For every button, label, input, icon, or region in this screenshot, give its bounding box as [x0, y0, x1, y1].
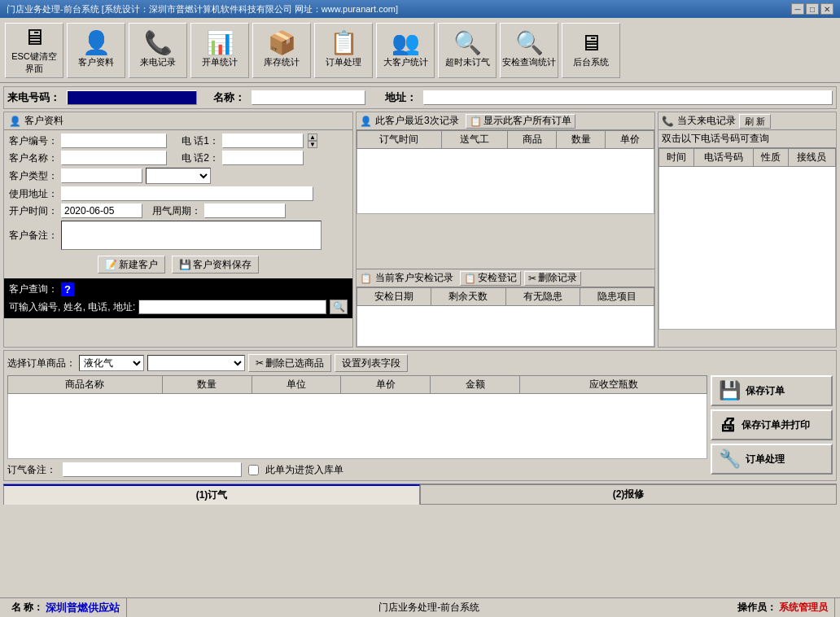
safety-icon: 🔍 [515, 32, 544, 55]
customer-type-row: 客户类型： [9, 168, 348, 184]
product-select[interactable]: 液化气 [79, 355, 144, 371]
new-icon: 📝 [105, 259, 117, 270]
incoming-label: 来电记录 [140, 56, 176, 68]
toolbar-esc[interactable]: 🖥 ESC键清空界面 [5, 23, 63, 78]
process-order-btn[interactable]: 🔧 订单处理 [711, 444, 833, 475]
toolbar-incoming[interactable]: 📞 来电记录 [129, 23, 187, 78]
address-label: 地址： [385, 90, 417, 105]
inventory-label: 库存统计 [264, 56, 300, 68]
customer-type-label: 客户类型： [9, 169, 58, 183]
settings-btn[interactable]: 设置列表字段 [335, 354, 408, 372]
warehouse-checkbox[interactable] [248, 465, 259, 475]
order-section: 选择订单商品： 液化气 ✂ 删除已选商品 设置列表字段 商品名称 [3, 350, 837, 481]
open-time-input[interactable] [61, 203, 142, 218]
toolbar-inventory[interactable]: 📦 库存统计 [252, 23, 311, 78]
order-remark-input[interactable] [63, 462, 242, 477]
save-print-btn[interactable]: 🖨 保存订单并打印 [711, 409, 833, 440]
new-customer-button[interactable]: 📝 新建客户 [98, 256, 165, 273]
window-controls: ─ □ ✕ [791, 3, 833, 15]
safety-panel-icon: 📋 [360, 273, 372, 284]
save-icon: 💾 [179, 259, 191, 270]
vip-label: 大客户统计 [383, 56, 428, 68]
safety-section: 📋 当前客户安检记录 📋 安检登记 ✂ 删除记录 [357, 269, 654, 347]
close-button[interactable]: ✕ [820, 3, 833, 15]
history-toolbar: 👤 此客户最近3次记录 📋 显示此客户所有订单 [357, 112, 654, 130]
calls-hint: 双击以下电话号码可查询 [658, 130, 836, 148]
esc-icon: 🖥 [23, 26, 46, 49]
address-row: 使用地址： [9, 186, 348, 201]
order-empty-row [8, 394, 707, 459]
overdue-icon: 🔍 [453, 32, 482, 55]
col-unit-price: 单价 [341, 376, 431, 394]
customer-panel-icon: 👤 [9, 116, 21, 127]
calls-empty-row [659, 167, 836, 330]
name-input[interactable] [252, 90, 365, 105]
col-hazard: 有无隐患 [505, 288, 580, 306]
maximize-button[interactable]: □ [806, 3, 819, 15]
customer-label: 客户资料 [78, 56, 114, 68]
product-detail-select[interactable] [147, 355, 245, 371]
tab-order[interactable]: (1)订气 [3, 484, 420, 505]
customer-id-input[interactable] [61, 133, 167, 148]
delete-icon: ✂ [256, 357, 264, 369]
phone1-up[interactable]: ▲ [308, 133, 317, 141]
customer-icon: 👤 [82, 32, 111, 55]
customer-name-input[interactable] [61, 151, 167, 165]
open-time-label: 开户时间： [9, 204, 58, 218]
customer-panel-title: 客户资料 [24, 114, 63, 128]
remark-label: 客户备注： [9, 229, 58, 243]
show-all-btn[interactable]: 📋 显示此客户所有订单 [466, 114, 575, 129]
phone2-label: 电 话2： [170, 151, 219, 165]
overdue-label: 超时未订气 [445, 56, 490, 68]
col-operator: 接线员 [788, 149, 835, 167]
safety-empty-row [357, 306, 654, 347]
tab-bar: (1)订气 (2)报修 [3, 484, 837, 505]
query-input-row: 可输入编号, 姓名, 电话, 地址: 🔍 [9, 298, 348, 316]
address-field-input[interactable] [61, 186, 313, 201]
save-print-icon: 🖨 [719, 414, 737, 435]
safety-register-btn[interactable]: 📋 安检登记 [460, 271, 521, 286]
history-empty-row [357, 149, 654, 214]
history-table: 订气时间 送气工 商品 数量 单价 [357, 130, 654, 214]
phone-input[interactable] [67, 90, 197, 105]
toolbar-order-proc[interactable]: 📋 订单处理 [314, 23, 373, 78]
history-panel: 👤 此客户最近3次记录 📋 显示此客户所有订单 订气时间 送气工 商品 数量 [356, 112, 655, 348]
customer-panel: 👤 客户资料 客户编号： 电 话1： ▲ ▼ 客户名称： 电 [3, 112, 353, 348]
phone1-input[interactable] [222, 133, 304, 148]
order-buttons: 💾 保存订单 🖨 保存订单并打印 🔧 订单处理 [711, 375, 833, 477]
toolbar-backend[interactable]: 🖥 后台系统 [562, 23, 620, 78]
calls-table: 时间 电话号码 性质 接线员 [658, 148, 836, 330]
order-stat-icon: 📊 [206, 32, 234, 55]
order-stat-label: 开单统计 [202, 56, 238, 68]
minimize-button[interactable]: ─ [791, 3, 804, 15]
query-title-row: 客户查询： ? [9, 281, 348, 298]
remark-row: 客户备注： [9, 221, 348, 250]
cycle-input[interactable] [204, 203, 286, 218]
remark-textarea[interactable] [61, 221, 322, 250]
toolbar-customer[interactable]: 👤 客户资料 [67, 23, 125, 78]
delete-selected-btn[interactable]: ✂ 删除已选商品 [248, 354, 331, 372]
refresh-btn[interactable]: 刷 新 [739, 114, 771, 129]
backend-icon: 🖥 [580, 32, 602, 55]
toolbar-vip[interactable]: 👥 大客户统计 [376, 23, 435, 78]
main-area: 来电号码： 名称： 地址： 👤 客户资料 客户编号： 电 话1： ▲ [0, 83, 840, 597]
company-name-item: 名 称： 深圳普燃供应站 [5, 598, 127, 617]
toolbar-safety[interactable]: 🔍 安检查询统计 [500, 23, 558, 78]
customer-type-input[interactable] [61, 168, 142, 183]
customer-type-select[interactable] [146, 168, 211, 184]
col-qty2: 数量 [162, 376, 252, 394]
tab-repair[interactable]: (2)报修 [420, 484, 837, 505]
backend-label: 后台系统 [573, 56, 609, 68]
save-order-btn[interactable]: 💾 保存订单 [711, 375, 833, 406]
operator-label: 操作员： [737, 601, 777, 615]
safety-delete-btn[interactable]: ✂ 删除记录 [524, 271, 581, 286]
query-input[interactable] [138, 300, 326, 314]
phone-label: 来电号码： [7, 90, 60, 105]
toolbar-order-stat[interactable]: 📊 开单统计 [190, 23, 249, 78]
phone1-down[interactable]: ▼ [308, 141, 317, 148]
toolbar-overdue[interactable]: 🔍 超时未订气 [438, 23, 497, 78]
address-input[interactable] [423, 90, 833, 105]
phone2-input[interactable] [222, 151, 304, 165]
save-customer-button[interactable]: 💾 客户资料保存 [172, 256, 259, 273]
search-button[interactable]: 🔍 [330, 300, 348, 314]
